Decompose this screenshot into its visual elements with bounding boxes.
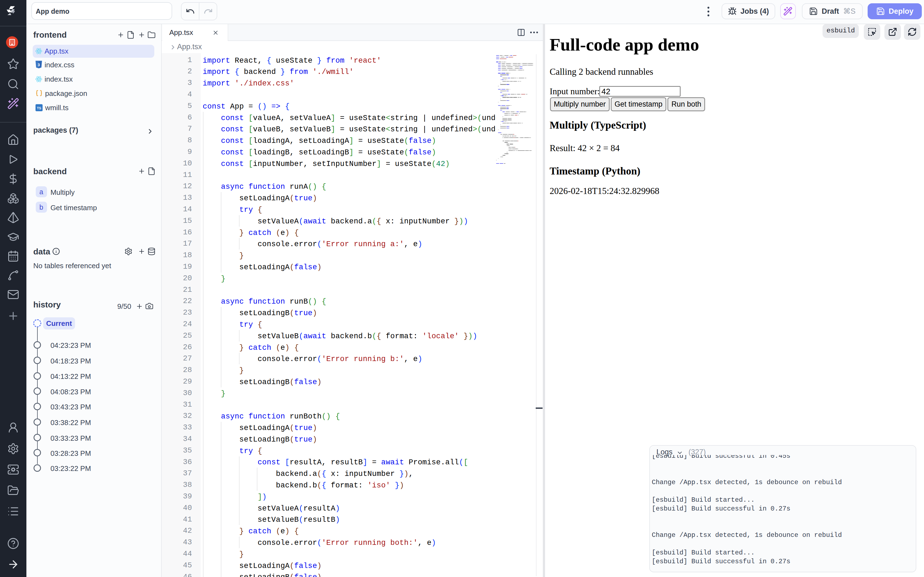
svg-text:TS: TS — [37, 106, 41, 110]
svg-text:3: 3 — [38, 62, 40, 67]
